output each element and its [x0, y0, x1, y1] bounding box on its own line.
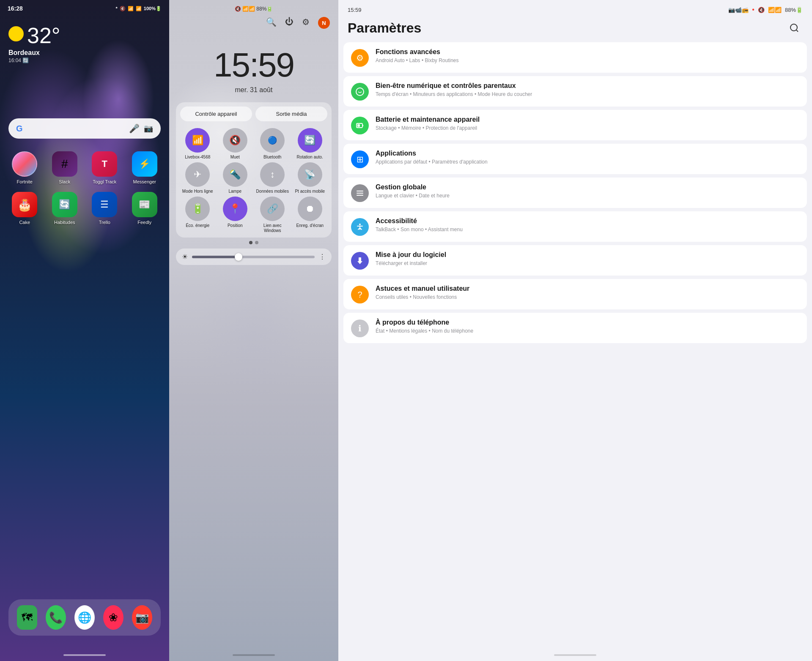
tile-airplane[interactable]: ✈ Mode Hors ligne — [180, 162, 215, 194]
settings-item-about[interactable]: ℹ À propos du téléphone État • Mentions … — [343, 313, 807, 343]
app-trello[interactable]: ☰ Trello — [88, 192, 121, 225]
about-subtitle: État • Mentions légales • Nom du télépho… — [376, 328, 799, 335]
signal-status-icon: 📶 — [136, 6, 142, 11]
accessibility-subtitle: TalkBack • Son mono • Assistant menu — [376, 226, 799, 233]
dock-chrome[interactable]: 🌐 — [74, 605, 95, 630]
settings-signal-icon: 📶📶 — [768, 7, 782, 13]
tile-wifi[interactable]: 📶 Livebox-4568 — [180, 128, 215, 160]
apps-icon: ⊞ — [351, 150, 369, 168]
settings-item-update[interactable]: Mise à jour du logiciel Télécharger et i… — [343, 245, 807, 276]
settings-item-apps[interactable]: ⊞ Applications Applications par défaut •… — [343, 144, 807, 174]
toggl-icon: T — [92, 151, 117, 177]
settings-title: Paramètres — [348, 20, 421, 36]
update-icon — [351, 252, 369, 270]
wifi-status-icon: 📶 — [128, 6, 134, 11]
quick-power-icon[interactable]: ⏻ — [285, 17, 294, 29]
tile-torch[interactable]: 🔦 Lampe — [218, 162, 253, 194]
dock-maps[interactable]: 🗺 — [17, 605, 37, 630]
svg-rect-5 — [357, 191, 363, 191]
settings-media-icons: 📷📹📻 — [728, 7, 749, 13]
settings-home-indicator — [554, 654, 596, 656]
app-feedly-label: Feedly — [137, 220, 151, 225]
device-control-button[interactable]: Contrôle appareil — [180, 107, 252, 121]
app-habitudes[interactable]: 🔄 Habitudes — [49, 192, 81, 225]
wellbeing-text: Bien-être numérique et contrôles parenta… — [376, 82, 799, 98]
sun-icon — [8, 26, 24, 41]
bluetooth-tile-label: Bluetooth — [263, 155, 281, 160]
quick-action-bar: 🔍 ⏻ ⚙ N — [169, 14, 338, 33]
settings-dot: • — [752, 6, 754, 14]
tile-screen-record[interactable]: ⏺ Enreg. d'écran — [293, 197, 328, 233]
advanced-features-text: Fonctions avancées Android Auto • Labs •… — [376, 48, 799, 64]
search-icon — [789, 23, 799, 33]
lens-search-icon[interactable]: 📷 — [144, 124, 153, 133]
app-slack[interactable]: # Slack — [49, 151, 81, 184]
global-svg — [355, 188, 365, 198]
brightness-thumb[interactable] — [235, 253, 242, 261]
apps-subtitle: Applications par défaut • Paramètres d'a… — [376, 158, 799, 166]
weather-widget: 32° Bordeaux 16:04 🔄 — [0, 14, 169, 68]
settings-item-global[interactable]: Gestion globale Langue et clavier • Date… — [343, 178, 807, 208]
quick-home-indicator — [233, 654, 275, 656]
lock-screen-time: 15:59 mer. 31 août — [169, 46, 338, 94]
settings-item-advanced[interactable]: ⚙ Fonctions avancées Android Auto • Labs… — [343, 42, 807, 73]
quick-tiles-section: Contrôle appareil Sortie média 📶 Livebox… — [176, 102, 332, 238]
windows-link-tile-icon: 🔗 — [260, 197, 285, 221]
tile-battery-saver[interactable]: 🔋 Éco. énergie — [180, 197, 215, 233]
dock-flower[interactable]: ❀ — [103, 605, 123, 630]
bluetooth-tile-icon: 🔵 — [260, 128, 285, 153]
app-toggl-label: Toggl Track — [93, 179, 116, 184]
status-bar-settings: 15:59 📷📹📻 • 🔇 📶📶 88%🔋 — [338, 0, 812, 16]
rotation-tile-label: Rotation auto. — [297, 155, 323, 160]
google-search-bar[interactable]: G 🎤 📷 — [8, 118, 161, 139]
tile-windows-link[interactable]: 🔗 Lien avec Windows — [255, 197, 290, 233]
messenger-icon: ⚡ — [132, 151, 157, 177]
brightness-track[interactable] — [192, 256, 315, 258]
accessibility-svg — [355, 222, 365, 232]
quick-settings-icon[interactable]: ⚙ — [302, 17, 310, 29]
settings-item-wellbeing[interactable]: Bien-être numérique et contrôles parenta… — [343, 76, 807, 107]
app-grid: Fortnite # Slack T Toggl Track ⚡ Messeng… — [0, 147, 169, 229]
voice-search-icon[interactable]: 🎤 — [129, 123, 140, 134]
quick-status-icons: 🔇 📶📶 88%🔋 — [235, 6, 273, 12]
tile-rotation[interactable]: 🔄 Rotation auto. — [293, 128, 328, 160]
media-output-button[interactable]: Sortie média — [255, 107, 327, 121]
tile-hotspot[interactable]: 📡 Pt accès mobile — [293, 162, 328, 194]
tile-location[interactable]: 📍 Position — [218, 197, 253, 233]
status-bar-quick: 🔇 📶📶 88%🔋 — [169, 0, 338, 14]
app-messenger[interactable]: ⚡ Messenger — [129, 151, 161, 184]
app-feedly[interactable]: 📰 Feedly — [129, 192, 161, 225]
tile-bluetooth[interactable]: 🔵 Bluetooth — [255, 128, 290, 160]
quick-search-icon[interactable]: 🔍 — [266, 17, 277, 29]
dock-camera[interactable]: 📷 — [132, 605, 152, 630]
app-toggl[interactable]: T Toggl Track — [88, 151, 121, 184]
dock-phone[interactable]: 📞 — [46, 605, 66, 630]
hotspot-tile-label: Pt accès mobile — [295, 189, 325, 194]
settings-item-tips[interactable]: ? Astuces et manuel utilisateur Conseils… — [343, 279, 807, 309]
tile-mute[interactable]: 🔇 Muet — [218, 128, 253, 160]
svg-point-8 — [359, 224, 361, 225]
settings-list: ⚙ Fonctions avancées Android Auto • Labs… — [338, 42, 812, 347]
update-text: Mise à jour du logiciel Télécharger et i… — [376, 251, 799, 267]
rotation-tile-icon: 🔄 — [298, 128, 322, 153]
svg-marker-10 — [357, 261, 362, 264]
brightness-control[interactable]: ☀ ⋮ — [176, 249, 332, 265]
settings-item-battery[interactable]: Batterie et maintenance appareil Stockag… — [343, 110, 807, 140]
media-control-buttons: Contrôle appareil Sortie média — [176, 102, 332, 126]
tips-subtitle: Conseils utiles • Nouvelles fonctions — [376, 294, 799, 301]
settings-item-accessibility[interactable]: Accessibilité TalkBack • Son mono • Assi… — [343, 211, 807, 242]
status-bar-home: 16:28 * 🔇 📶 📶 100%🔋 — [0, 0, 169, 14]
app-cake[interactable]: 🎂 Cake — [8, 192, 41, 225]
app-fortnite[interactable]: Fortnite — [8, 151, 41, 184]
torch-tile-label: Lampe — [228, 189, 241, 194]
tile-data[interactable]: ↕ Données mobiles — [255, 162, 290, 194]
dot-1 — [249, 241, 252, 244]
wellbeing-svg — [355, 87, 365, 96]
settings-search-button[interactable] — [786, 19, 803, 36]
wellbeing-icon — [351, 83, 369, 101]
location-tile-label: Position — [228, 223, 243, 228]
settings-status-icons: 📷📹📻 • 🔇 📶📶 88%🔋 — [728, 6, 803, 14]
global-subtitle: Langue et clavier • Date et heure — [376, 192, 799, 199]
quick-user-avatar[interactable]: N — [318, 17, 330, 29]
brightness-more-icon[interactable]: ⋮ — [319, 253, 326, 261]
